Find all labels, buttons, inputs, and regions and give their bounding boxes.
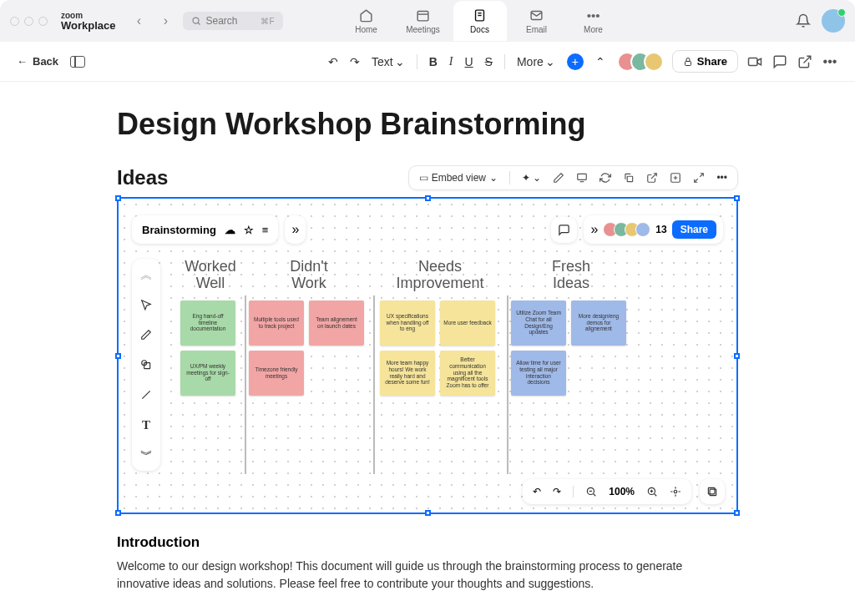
text-tool-icon[interactable]: T bbox=[139, 417, 154, 432]
sticky-note[interactable]: Better communication using all the magni… bbox=[440, 351, 495, 396]
redo-icon[interactable]: ↷ bbox=[350, 55, 360, 68]
shape-tool-icon[interactable] bbox=[139, 357, 154, 372]
intro-heading[interactable]: Introduction bbox=[117, 534, 738, 551]
collaborators-stack[interactable] bbox=[617, 52, 664, 72]
chevron-expand-icon[interactable]: » bbox=[590, 222, 598, 237]
bell-icon[interactable] bbox=[795, 13, 812, 29]
chevron-down-icon: ⌄ bbox=[489, 172, 498, 184]
wb-zoom-controls: ↶ ↷ 100% bbox=[523, 479, 691, 504]
expand-down-icon[interactable]: ︾ bbox=[139, 447, 154, 462]
menu-dots-icon[interactable]: ••• bbox=[822, 53, 838, 70]
magic-icon[interactable]: ✦ ⌄ bbox=[522, 172, 541, 184]
embed-more-icon[interactable]: ••• bbox=[716, 172, 727, 184]
sticky-note[interactable]: Utilize Zoom Team Chat for all Design/En… bbox=[511, 300, 566, 346]
sticky-note[interactable]: More user feedback bbox=[440, 300, 495, 346]
sticky-note[interactable]: UX/PM weekly meetings for sign-off bbox=[180, 351, 235, 396]
window-controls[interactable] bbox=[10, 17, 48, 26]
nav-email[interactable]: Email bbox=[510, 1, 564, 41]
layout-icon: ▭ bbox=[419, 172, 428, 184]
pen-tool-icon[interactable] bbox=[139, 327, 154, 342]
sticky-note[interactable]: Team alignement on launch dates bbox=[309, 300, 364, 346]
underline-button[interactable]: U bbox=[464, 55, 473, 68]
search-input[interactable]: Search ⌘F bbox=[183, 12, 283, 30]
nav-more[interactable]: •••More bbox=[567, 1, 620, 41]
search-placeholder: Search bbox=[206, 15, 238, 27]
sticky-note[interactable]: Multiple tools used to track project bbox=[249, 300, 304, 346]
hamburger-icon[interactable]: ≡ bbox=[262, 224, 269, 236]
bold-button[interactable]: B bbox=[429, 55, 438, 68]
chevron-down-icon: ⌄ bbox=[545, 55, 555, 68]
line-tool-icon[interactable] bbox=[139, 387, 154, 402]
panel-toggle-icon[interactable] bbox=[70, 56, 85, 68]
external-link-icon[interactable] bbox=[797, 53, 813, 70]
whiteboard-embed[interactable]: Brainstorming ☁ ☆ ≡ » » 13 Share bbox=[117, 197, 738, 514]
italic-button[interactable]: I bbox=[449, 55, 453, 68]
nav-meetings[interactable]: Meetings bbox=[397, 1, 450, 41]
sticky-note[interactable]: Eng hand-off timeline documentation bbox=[180, 300, 235, 346]
share-button[interactable]: Share bbox=[672, 50, 738, 73]
intro-body[interactable]: Welcome to our design workshop! This doc… bbox=[117, 558, 738, 593]
svg-point-26 bbox=[674, 490, 677, 493]
viewer-count: 13 bbox=[655, 224, 666, 235]
wb-collaborators[interactable] bbox=[603, 222, 650, 237]
wb-minimap-icon[interactable] bbox=[700, 479, 725, 504]
collapse-panel-icon[interactable]: » bbox=[285, 215, 306, 244]
search-icon bbox=[191, 16, 201, 26]
pointer-tool-icon[interactable] bbox=[139, 297, 154, 312]
expand-icon[interactable] bbox=[693, 172, 705, 184]
doc-toolbar: ←Back ↶ ↷ Text ⌄ B I U S More ⌄ + ⌃ Shar… bbox=[0, 42, 855, 82]
nav-docs[interactable]: Docs bbox=[453, 1, 507, 41]
screen-icon[interactable] bbox=[576, 172, 588, 184]
refresh-icon[interactable] bbox=[600, 172, 611, 184]
embed-view-dropdown[interactable]: ▭ Embed view ⌄ bbox=[419, 172, 498, 184]
video-icon[interactable] bbox=[746, 53, 763, 70]
back-button[interactable]: ←Back bbox=[17, 55, 58, 68]
sticky-note[interactable]: UX specifications when handling off to e… bbox=[380, 300, 435, 346]
add-block-icon[interactable] bbox=[670, 172, 681, 184]
redo-icon[interactable]: ↷ bbox=[553, 486, 561, 497]
collapse-up-icon[interactable]: ︽ bbox=[139, 267, 154, 282]
zoom-level[interactable]: 100% bbox=[609, 486, 635, 497]
popout-icon[interactable] bbox=[646, 172, 658, 184]
svg-rect-28 bbox=[708, 487, 715, 494]
document-body: Design Workshop Brainstorming Ideas ▭ Em… bbox=[0, 82, 855, 609]
text-style-dropdown[interactable]: Text ⌄ bbox=[372, 55, 405, 68]
column-didnt-work: Didn't Work Multiple tools used to track… bbox=[249, 259, 369, 471]
lock-icon bbox=[683, 57, 693, 67]
logo-brand: zoom bbox=[61, 12, 116, 20]
zoom-out-icon[interactable] bbox=[585, 486, 597, 497]
svg-rect-10 bbox=[578, 174, 587, 179]
doc-icon bbox=[473, 8, 488, 23]
edit-icon[interactable] bbox=[553, 172, 564, 184]
sticky-note[interactable]: More design/eng demos for alignement bbox=[571, 300, 626, 346]
more-icon: ••• bbox=[586, 8, 601, 23]
nav-forward-icon[interactable]: › bbox=[156, 11, 176, 31]
insert-button[interactable]: + bbox=[567, 53, 584, 70]
undo-icon[interactable]: ↶ bbox=[533, 486, 541, 497]
svg-rect-27 bbox=[710, 489, 716, 496]
undo-icon[interactable]: ↶ bbox=[328, 55, 338, 68]
collapse-icon[interactable]: ⌃ bbox=[595, 55, 605, 68]
locate-icon[interactable] bbox=[670, 486, 681, 497]
comment-icon[interactable] bbox=[772, 53, 788, 70]
more-format-dropdown[interactable]: More ⌄ bbox=[517, 55, 555, 68]
star-icon[interactable]: ☆ bbox=[244, 224, 254, 236]
arrow-left-icon: ← bbox=[17, 55, 28, 68]
section-ideas-title[interactable]: Ideas bbox=[117, 166, 168, 189]
page-title[interactable]: Design Workshop Brainstorming bbox=[117, 107, 738, 142]
zoom-in-icon[interactable] bbox=[646, 486, 658, 497]
sticky-note[interactable]: Allow time for user testing all major in… bbox=[511, 351, 566, 396]
user-avatar[interactable] bbox=[822, 9, 845, 33]
strike-button[interactable]: S bbox=[485, 55, 493, 68]
sticky-note[interactable]: More team happy hours! We work really ha… bbox=[380, 351, 435, 396]
board-columns: Worked Well Eng hand-off timeline docume… bbox=[164, 259, 723, 471]
wb-comment-icon[interactable] bbox=[551, 217, 577, 243]
copy-icon[interactable] bbox=[623, 172, 635, 184]
wb-share-button[interactable]: Share bbox=[672, 220, 716, 239]
sticky-note[interactable]: Timezone friendly meetings bbox=[249, 351, 304, 396]
whiteboard-tab[interactable]: Brainstorming ☁ ☆ ≡ bbox=[132, 215, 278, 244]
nav-home[interactable]: Home bbox=[340, 1, 393, 41]
nav-back-icon[interactable]: ‹ bbox=[129, 11, 149, 31]
main-nav: Home Meetings Docs Email •••More bbox=[340, 1, 620, 41]
chevron-down-icon: ⌄ bbox=[395, 55, 405, 68]
